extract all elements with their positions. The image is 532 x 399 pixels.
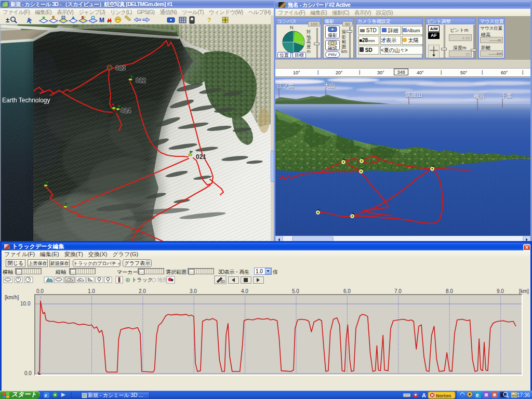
svg-text:Norton: Norton (436, 393, 451, 398)
svg-text:023: 023 (115, 64, 126, 72)
svg-text:M: M (99, 17, 104, 24)
svg-text:021: 021 (196, 153, 206, 161)
svg-text:024: 024 (121, 107, 131, 114)
svg-text:横浜: 横浜 (474, 93, 485, 99)
svg-text:Earth Technology: Earth Technology (2, 97, 50, 104)
svg-text:e: e (476, 392, 479, 398)
svg-text:022: 022 (136, 77, 146, 84)
svg-text:3D: 3D (220, 280, 225, 283)
svg-text:江ノ島: 江ノ島 (276, 83, 294, 89)
svg-text:e: e (45, 392, 47, 398)
svg-text:千葉: 千葉 (501, 92, 512, 99)
svg-text:トラック: トラック (131, 277, 153, 283)
svg-text:?: ? (207, 17, 211, 24)
svg-text:±: ± (6, 16, 9, 24)
svg-text:大山: 大山 (324, 82, 335, 88)
svg-text:筑波山: 筑波山 (405, 91, 422, 98)
svg-text:A: A (422, 392, 426, 398)
svg-text:地形: 地形 (157, 277, 168, 283)
